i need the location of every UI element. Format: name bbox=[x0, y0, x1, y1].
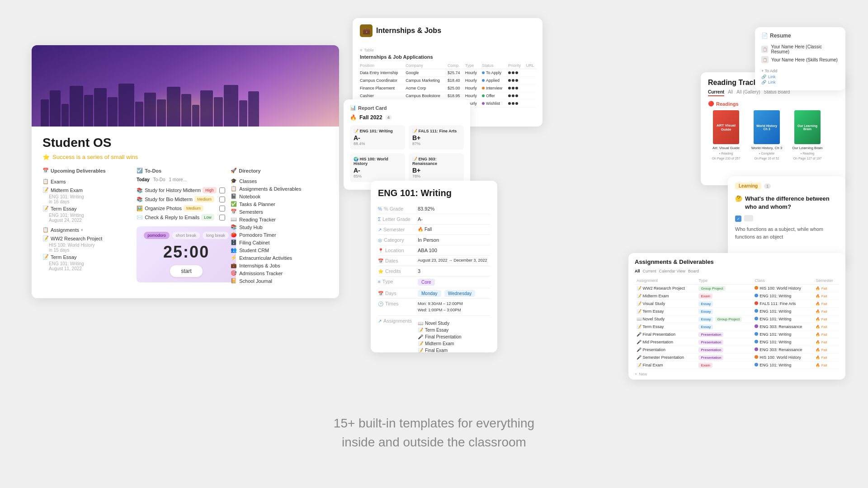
table-row[interactable]: 📝 WW2 Research Project Group Project HIS… bbox=[635, 285, 839, 292]
letter-label: Σ Letter Grade bbox=[378, 216, 414, 222]
tab-all[interactable]: All bbox=[728, 89, 733, 96]
todo-4[interactable]: ✉️ Check & Reply to Emails Low bbox=[137, 213, 225, 222]
todo-3[interactable]: 🖼️ Organize Photos Medium bbox=[137, 204, 225, 213]
student-os-tagline: ⭐ Success is a series of small wins bbox=[42, 154, 328, 160]
directory-icon: 🚀 bbox=[231, 168, 237, 174]
tab-calendar[interactable]: Calendar View bbox=[659, 269, 685, 273]
todo-2[interactable]: 📚 Study for Bio Midterm Medium bbox=[137, 195, 225, 204]
assign-essay[interactable]: 📝Term Essay bbox=[418, 327, 462, 333]
exam-2-course: ENG 101: Writing bbox=[49, 213, 131, 218]
dir-extra[interactable]: ⚡Extracurricular Activities bbox=[231, 254, 328, 262]
dir-classes[interactable]: 🎓Classes bbox=[231, 177, 328, 185]
grade-eng101[interactable]: 📝 ENG 101: Writing A- 88.4% bbox=[350, 125, 405, 150]
book-3[interactable]: Our Learning Brain Our Learning Brain • … bbox=[789, 110, 826, 160]
todo-checkbox-1[interactable] bbox=[219, 188, 225, 193]
table-row[interactable]: Data Entry Internship Google $25.74 Hour… bbox=[358, 69, 537, 77]
table-row[interactable]: 📝 Visual Study Essay FALS 111: Fine Arts… bbox=[635, 300, 839, 308]
learning-inner: Learning 1 🤔 What's the difference betwe… bbox=[728, 176, 845, 247]
pomodoro-btn[interactable]: pomodoro bbox=[144, 232, 170, 239]
dir-assignments[interactable]: 📋Assignments & Deliverables bbox=[231, 185, 328, 192]
table-row[interactable]: 📝 Final Exam Exam ENG 101: Writing 🔥 Fal… bbox=[635, 361, 839, 369]
long-break-btn[interactable]: long break bbox=[203, 232, 229, 239]
status-5: Wishlist bbox=[480, 100, 506, 108]
todo-icon-2: 📚 bbox=[137, 197, 143, 202]
assign-2[interactable]: 📝 Term Essay bbox=[42, 253, 131, 261]
table-row[interactable]: 📝 Midterm Exam Exam ENG 101: Writing 🔥 F… bbox=[635, 292, 839, 300]
priority-5 bbox=[506, 100, 524, 108]
dir-tasks[interactable]: ✅Tasks & Planner bbox=[231, 200, 328, 208]
resume-item-2[interactable]: 📋 Your Name Here (Skills Resume) bbox=[761, 55, 839, 64]
assign-novel[interactable]: 📖Novel Study bbox=[418, 320, 462, 327]
dir-semesters[interactable]: 📅Semesters bbox=[231, 208, 328, 216]
page-container: Student OS ⭐ Success is a series of smal… bbox=[0, 0, 868, 488]
table-row[interactable]: 📝 Term Essay Essay ENG 303: Renaissance … bbox=[635, 323, 839, 331]
new-row-link[interactable]: + New bbox=[635, 372, 839, 376]
tab-current[interactable]: Current bbox=[708, 89, 724, 96]
dir-pomodoro[interactable]: 🍅Pomodoro Timer bbox=[231, 231, 328, 239]
grade-eng303[interactable]: 📝 ENG 303: Renaissance B+ 78% bbox=[409, 153, 464, 182]
dir-notebook[interactable]: 📓Notebook bbox=[231, 192, 328, 200]
building bbox=[157, 99, 166, 127]
exam-2[interactable]: 📝 Term Essay bbox=[42, 204, 131, 213]
grade-fals111[interactable]: 📝 FALS 111: Fine Arts B+ 87% bbox=[409, 125, 464, 150]
tab-status-board[interactable]: Status Board bbox=[764, 89, 790, 96]
assign-type-11: Exam bbox=[697, 361, 753, 369]
tab-todo[interactable]: To-Do bbox=[153, 177, 165, 182]
book-1[interactable]: ART Visual Guide Art: Visual Guide • Rea… bbox=[708, 110, 744, 160]
table-row[interactable]: 🎤 Mid Presentation Presentation ENG 101:… bbox=[635, 338, 839, 346]
link-1[interactable]: 🔗 Link bbox=[761, 74, 839, 80]
tab-board[interactable]: Board bbox=[688, 269, 699, 273]
assign-presentation[interactable]: 🎤Final Presentation bbox=[418, 333, 462, 340]
link-2[interactable]: 🔗 Link bbox=[761, 80, 839, 85]
priority-badge-1: High bbox=[203, 187, 217, 193]
assign-class-5: ENG 101: Writing bbox=[753, 315, 814, 323]
url-2 bbox=[524, 77, 537, 84]
todo-checkbox-4[interactable] bbox=[219, 215, 225, 221]
building bbox=[214, 97, 223, 127]
assign-class-4: ENG 101: Writing bbox=[753, 308, 814, 315]
tab-all-assign[interactable]: All bbox=[635, 269, 640, 273]
table-row[interactable]: 📖 Novel Study Essay Group Project ENG 10… bbox=[635, 315, 839, 323]
tag-placeholder bbox=[744, 215, 753, 221]
assign-1[interactable]: 📝 WW2 Research Project bbox=[42, 234, 131, 243]
assignments-deliverables-card: Assignments & Deliverables All Current C… bbox=[628, 253, 845, 380]
assign-class-1: HIS 100: World History bbox=[753, 285, 814, 292]
table-row[interactable]: Campus Coordinator Campus Marketing $18.… bbox=[358, 77, 537, 84]
dir-admissions[interactable]: 🎯Admissions Tracker bbox=[231, 269, 328, 277]
dir-study[interactable]: 📚Study Hub bbox=[231, 223, 328, 231]
tab-today[interactable]: Today bbox=[137, 177, 150, 182]
book-2[interactable]: World History Ch 3 World History, Ch 3 •… bbox=[749, 110, 785, 160]
tab-more[interactable]: 1 more... bbox=[169, 177, 187, 182]
table-row[interactable]: 🎤 Final Presentation Presentation ENG 10… bbox=[635, 331, 839, 338]
tab-current-assign[interactable]: Current bbox=[643, 269, 656, 273]
dir-internships[interactable]: 💼Internships & Jobs bbox=[231, 262, 328, 269]
assign-midterm[interactable]: 📝Midterm Exam bbox=[418, 340, 462, 347]
start-button[interactable]: start bbox=[170, 265, 202, 277]
dir-crm[interactable]: 👥Student CRM bbox=[231, 246, 328, 254]
add-link[interactable]: + To Add bbox=[761, 68, 839, 74]
type-4: Hourly bbox=[463, 92, 480, 100]
grade-letter-2: B+ bbox=[412, 134, 460, 141]
todo-checkbox-2[interactable] bbox=[219, 197, 225, 202]
dir-filing[interactable]: 🗄️Filing Cabinet bbox=[231, 239, 328, 246]
resume-item-1[interactable]: 📋 Your Name Here (Classic Resume) bbox=[761, 43, 839, 55]
table-row[interactable]: 📝 Term Essay Essay ENG 101: Writing 🔥 Fa… bbox=[635, 308, 839, 315]
table-row[interactable]: Finance Placement Acme Corp $25.00 Hourl… bbox=[358, 84, 537, 92]
dir-journal[interactable]: 📔School Journal bbox=[231, 277, 328, 285]
table-row[interactable]: Cashier Campus Bookstore $18.95 Hourly O… bbox=[358, 92, 537, 100]
table-row[interactable]: 🎤 Presentation Presentation ENG 303: Ren… bbox=[635, 346, 839, 354]
eng-category-row: ◎ Category In Person bbox=[378, 235, 490, 245]
todo-1[interactable]: 📚 Study for History Midterm High bbox=[137, 186, 225, 195]
short-break-btn[interactable]: short break bbox=[172, 232, 200, 239]
assign-name-7: 🎤 Final Presentation bbox=[635, 331, 697, 338]
assign-final[interactable]: 📝Final Exam bbox=[418, 347, 462, 352]
grade-his100[interactable]: 🌍 HIS 100: World History A- 85% bbox=[350, 153, 405, 182]
dir-reading[interactable]: 📖Reading Tracker bbox=[231, 216, 328, 223]
exam-1[interactable]: 📝 Midterm Exam bbox=[42, 186, 131, 194]
tab-all-gallery[interactable]: All (Gallery) bbox=[736, 89, 760, 96]
student-os-card: Student OS ⭐ Success is a series of smal… bbox=[32, 45, 339, 298]
grade-percent-1: 88.4% bbox=[354, 141, 401, 146]
todo-checkbox-3[interactable] bbox=[219, 206, 225, 211]
table-row[interactable]: 🎤 Semester Presentation Presentation HIS… bbox=[635, 354, 839, 361]
chevron-icon: ▾ bbox=[81, 228, 83, 232]
